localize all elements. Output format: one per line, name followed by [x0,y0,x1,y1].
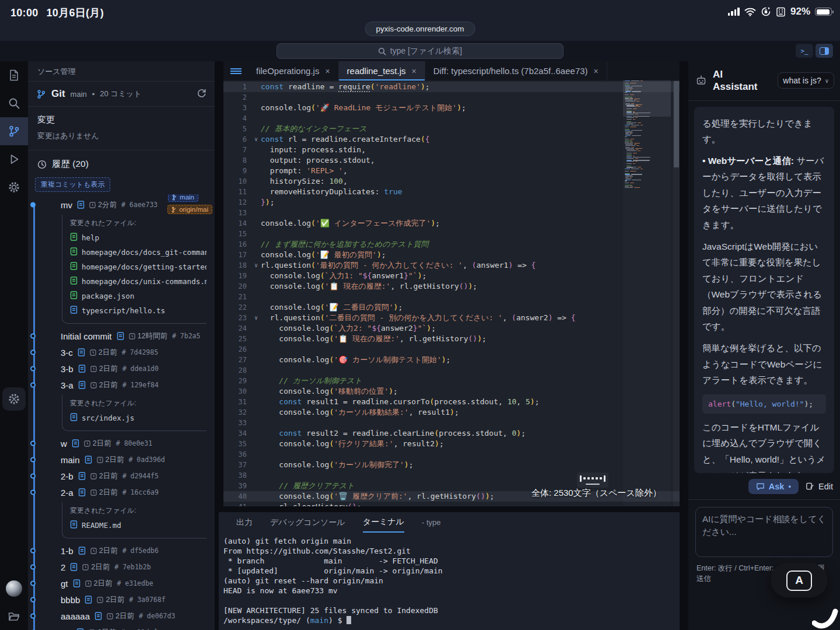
terminal-output[interactable]: (auto) git fetch origin mainFrom https:/… [219,532,680,629]
commit-files-icon[interactable] [78,365,86,373]
commit-row[interactable]: 2-b2日前# d2944f5 [28,468,215,484]
close-icon[interactable]: × [412,66,416,76]
code-text [261,292,680,302]
panel-layout-button[interactable] [816,44,833,58]
fold-gutter [251,344,261,355]
commit-files-icon[interactable] [72,439,79,447]
commit-row[interactable]: mv2分前# 6aee733mainorigin/mai [28,197,215,213]
commit-row[interactable]: aaaaaa2日前# de067d3 [28,608,215,624]
history-section-header[interactable]: 履歴 (20) [28,150,215,176]
fold-icon[interactable]: ∨ [251,313,261,323]
commit-files-icon[interactable] [78,547,86,555]
commit-row[interactable]: w2日前# 80e0e31 [28,435,215,452]
tools-button[interactable] [0,385,28,413]
panel-tab[interactable]: 出力 [236,517,253,532]
commit-row[interactable]: bbbb2日前# 3a0768f [28,592,215,608]
commit-files-icon[interactable] [85,596,92,604]
commit-time: 2日前 [89,628,116,630]
user-avatar[interactable] [0,575,28,603]
commit-row[interactable]: 22日前# 7eb1b2b [28,559,215,575]
ask-mode-button[interactable]: Ask • [748,479,799,494]
code-text: console.log('📝 二番目の質問'); [261,302,680,313]
panel-tab[interactable]: デバッグコンソール [270,517,345,532]
menu-icon[interactable] [223,61,248,80]
panel-tab[interactable]: - type [422,518,441,531]
editor-scrollbar[interactable] [673,80,680,506]
terminal-toggle-button[interactable]: >_ [796,44,813,58]
code-text: }); [261,197,680,208]
editor-tab[interactable]: readline_test.js× [339,61,425,80]
settings-gear-icon[interactable] [0,173,28,201]
commit-row[interactable]: gw2日前# ee91dcf [28,624,215,630]
commit-time: 2日前 [107,611,134,621]
branch-badge[interactable]: origin/mai [167,205,212,214]
code-editor[interactable]: 1const readline = require('readline');23… [223,80,680,506]
explorer-icon[interactable] [0,61,28,89]
commit-file[interactable]: homepage/docs/getting-started… [70,260,206,274]
code-text: console.log('🚀 ReadLine モジュールテスト開始'); [261,103,680,113]
commit-files-icon[interactable] [78,348,85,356]
floating-keyboard-pill[interactable]: A [771,564,827,597]
line-number: 22 [223,302,251,313]
editor-tab[interactable]: fileOperationg.js× [248,61,339,80]
branch-badge[interactable]: main [168,194,198,202]
commit-files-icon[interactable] [78,472,86,480]
commit-row[interactable]: gt2日前# e31edbe [28,575,215,592]
commit-file[interactable]: typescript/hello.ts [70,303,206,318]
commit-row[interactable]: 1-b2日前# df5edb6 [28,542,215,559]
minimap-viewport[interactable] [623,80,671,117]
commit-row[interactable]: main2日前# 0ad396d [28,452,215,468]
edit-mode-button[interactable]: Edit [806,482,833,491]
fold-gutter [251,271,261,281]
commit-dot [30,457,36,463]
fold-gutter [251,92,261,103]
fold-icon[interactable]: ∨ [251,260,261,271]
open-folder-icon[interactable] [0,603,28,630]
commit-file[interactable]: homepage/docs/unix-commands.md [70,274,206,289]
commit-files-icon[interactable] [78,381,86,389]
conversation-dropdown[interactable]: what is js? ∨ [778,72,834,89]
panel-tab[interactable]: ターミナル [363,517,404,533]
ai-question-input[interactable]: AIに質問やコード相談をしてください... [695,507,833,557]
commit-files-icon[interactable] [78,488,86,496]
git-repo-row[interactable]: Git main • 20 コミット [28,82,215,107]
commit-row[interactable]: 3-a2日前# 129ef84 [28,377,215,393]
commit-row[interactable]: 3-c2日前# 7d42985 [28,344,215,360]
code-line: 4 [223,113,680,124]
commit-files-icon[interactable] [117,332,124,340]
commit-files-icon[interactable] [70,563,78,571]
commit-file[interactable]: help [70,230,206,245]
commit-file[interactable]: README.md [70,518,206,533]
file-search-input[interactable]: type [ファイル検索] [276,43,564,59]
commit-file[interactable]: homepage/docs/docs_git-comman… [70,245,206,260]
commit-hash: # 7b2a5 [172,332,200,340]
terminal-line: (auto) git fetch origin main [223,536,675,546]
close-icon[interactable]: × [594,66,598,76]
scrollbar-thumb[interactable] [674,81,679,167]
commit-files-icon[interactable] [73,579,80,587]
refresh-icon[interactable] [197,88,206,100]
run-icon[interactable] [0,145,28,173]
source-control-icon[interactable] [0,117,28,145]
commit-row[interactable]: 3-b2日前# ddea1d0 [28,360,215,377]
show-duplicate-commits-button[interactable]: 重複コミットも表示 [35,177,110,192]
terminal-line [223,596,675,606]
search-panel-icon[interactable] [0,89,28,117]
commit-row[interactable]: Initial commit12時間前# 7b2a5 [28,328,215,344]
ios-status-bar: 10:0010月6日(月) 92% pyxis-code.onrender.co… [0,0,840,41]
editor-tab[interactable]: Diff: typescript/hello.ts (7b2a5f..6aee7… [425,61,607,80]
commit-files-icon[interactable] [94,612,102,620]
keyboard-bar-icon[interactable] [577,473,608,488]
commit-file[interactable]: package.json [70,289,206,303]
fold-icon[interactable]: ∨ [251,134,261,145]
commit-files-icon[interactable] [77,201,85,209]
minimap[interactable] [623,80,671,506]
close-icon[interactable]: × [325,66,330,76]
commit-time: 2日前 [90,348,117,358]
commit-time: 2日前 [90,380,118,390]
commit-row[interactable]: 2-a2日前# 16cc6a9 [28,484,215,501]
commit-files-icon[interactable] [85,456,92,464]
commit-file[interactable]: src/index.js [70,411,206,425]
file-added-icon [70,291,78,301]
address-bar[interactable]: pyxis-code.onrender.com [365,22,475,36]
